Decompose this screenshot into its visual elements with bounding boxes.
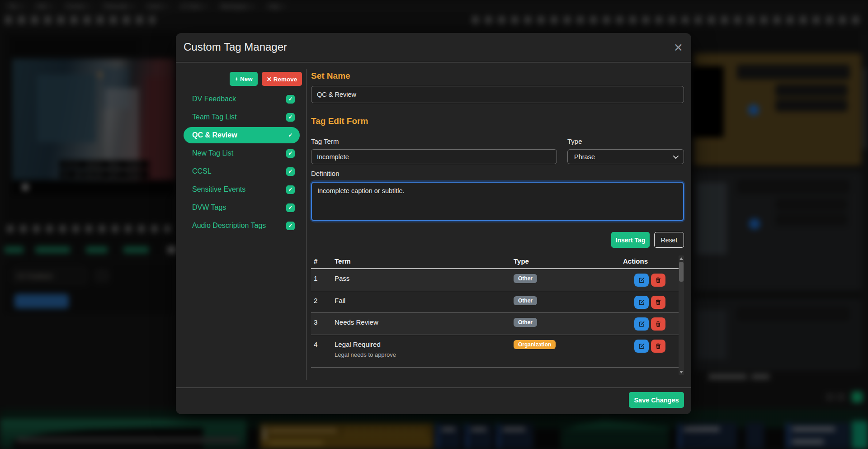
sidebar-item-dvw-tags[interactable]: DVW Tags ✓ bbox=[184, 199, 300, 216]
table-row: 2 Fail Other bbox=[311, 291, 684, 313]
custom-tag-manager-dialog: Custom Tag Manager ✕ + New ✕ Remove DV F… bbox=[176, 33, 691, 414]
trash-icon bbox=[655, 343, 661, 350]
insert-tag-button[interactable]: Insert Tag bbox=[611, 232, 650, 248]
app-root: File Edit Format Timecode Insert AI Tool… bbox=[0, 0, 868, 449]
set-checkbox[interactable]: ✓ bbox=[286, 131, 295, 140]
edit-tag-button[interactable] bbox=[634, 317, 649, 331]
edit-icon bbox=[638, 277, 645, 284]
dialog-header: Custom Tag Manager ✕ bbox=[176, 33, 691, 62]
trash-icon bbox=[655, 277, 661, 284]
set-checkbox[interactable]: ✓ bbox=[286, 95, 295, 104]
tag-term-label: Tag Term bbox=[311, 137, 339, 145]
check-icon: ✓ bbox=[288, 204, 292, 211]
sidebar-item-sensitive-events[interactable]: Sensitive Events ✓ bbox=[184, 181, 300, 198]
edit-icon bbox=[638, 299, 645, 306]
edit-tag-button[interactable] bbox=[634, 274, 649, 287]
type-label: Type bbox=[567, 137, 582, 145]
check-icon: ✓ bbox=[288, 132, 292, 138]
col-term: Term bbox=[335, 257, 351, 265]
delete-tag-button[interactable] bbox=[651, 296, 665, 309]
tag-definition-text: Legal needs to approve bbox=[335, 351, 396, 358]
type-badge: Other bbox=[514, 274, 537, 283]
check-icon: ✓ bbox=[288, 150, 292, 156]
set-checkbox[interactable]: ✓ bbox=[286, 113, 295, 122]
check-icon: ✓ bbox=[288, 168, 292, 175]
delete-tag-button[interactable] bbox=[651, 274, 665, 287]
sidebar-item-ccsl[interactable]: CCSL ✓ bbox=[184, 163, 300, 180]
check-icon: ✓ bbox=[288, 222, 292, 229]
edit-tag-button[interactable] bbox=[634, 296, 649, 309]
check-icon: ✓ bbox=[288, 186, 292, 193]
trash-icon bbox=[655, 299, 661, 306]
set-name-heading: Set Name bbox=[311, 71, 350, 81]
remove-set-button[interactable]: ✕ Remove bbox=[262, 72, 302, 86]
definition-textarea[interactable]: Incomplete caption or subtitle. bbox=[311, 182, 684, 221]
save-changes-button[interactable]: Save Changes bbox=[629, 392, 684, 408]
table-header: # Term Type Actions bbox=[311, 255, 684, 269]
sidebar-divider bbox=[306, 69, 307, 380]
col-type: Type bbox=[514, 257, 529, 265]
edit-tag-button[interactable] bbox=[634, 340, 649, 353]
tag-edit-form-heading: Tag Edit Form bbox=[311, 116, 368, 126]
sidebar-item-dv-feedback[interactable]: DV Feedback ✓ bbox=[184, 91, 300, 107]
set-checkbox[interactable]: ✓ bbox=[286, 167, 295, 176]
check-icon: ✓ bbox=[288, 96, 292, 102]
tag-term-input[interactable] bbox=[311, 149, 557, 164]
chevron-down-icon bbox=[673, 153, 679, 159]
definition-label: Definition bbox=[311, 170, 340, 177]
delete-tag-button[interactable] bbox=[651, 317, 665, 331]
sidebar-item-new-tag-list[interactable]: New Tag List ✓ bbox=[184, 145, 300, 161]
scroll-thumb[interactable] bbox=[679, 262, 684, 282]
type-select[interactable]: Phrase bbox=[567, 149, 684, 164]
close-icon[interactable]: ✕ bbox=[674, 42, 683, 53]
scroll-down-icon[interactable] bbox=[679, 371, 683, 373]
reset-button[interactable]: Reset bbox=[654, 232, 684, 248]
type-badge: Organization bbox=[514, 340, 556, 349]
set-checkbox[interactable]: ✓ bbox=[286, 203, 295, 212]
table-row: 1 Pass Other bbox=[311, 269, 684, 291]
table-scrollbar[interactable] bbox=[679, 255, 684, 375]
set-checkbox[interactable]: ✓ bbox=[286, 149, 295, 158]
page-title: Custom Tag Manager bbox=[184, 41, 287, 53]
delete-tag-button[interactable] bbox=[651, 340, 665, 353]
table-row: 3 Needs Review Other bbox=[311, 313, 684, 335]
edit-icon bbox=[638, 343, 645, 350]
type-badge: Other bbox=[514, 318, 537, 327]
col-actions: Actions bbox=[623, 257, 648, 265]
trash-icon bbox=[655, 321, 661, 327]
check-icon: ✓ bbox=[288, 114, 292, 120]
edit-icon bbox=[638, 321, 645, 327]
scroll-up-icon[interactable] bbox=[679, 257, 683, 260]
set-checkbox[interactable]: ✓ bbox=[286, 185, 295, 194]
sidebar-item-qc-review[interactable]: QC & Review ✓ bbox=[184, 127, 300, 143]
dialog-footer: Save Changes bbox=[176, 388, 691, 414]
sidebar-item-audio-description-tags[interactable]: Audio Description Tags ✓ bbox=[184, 217, 300, 234]
col-num: # bbox=[314, 257, 317, 265]
tags-table: # Term Type Actions 1 Pass Other 2 Fail bbox=[311, 255, 684, 368]
set-checkbox[interactable]: ✓ bbox=[286, 222, 295, 230]
new-set-button[interactable]: + New bbox=[230, 72, 258, 86]
set-name-input[interactable] bbox=[311, 86, 684, 103]
table-row: 4 Legal Required Legal needs to approve … bbox=[311, 335, 684, 368]
type-badge: Other bbox=[514, 296, 537, 305]
sidebar-item-team-tag-list[interactable]: Team Tag List ✓ bbox=[184, 109, 300, 125]
